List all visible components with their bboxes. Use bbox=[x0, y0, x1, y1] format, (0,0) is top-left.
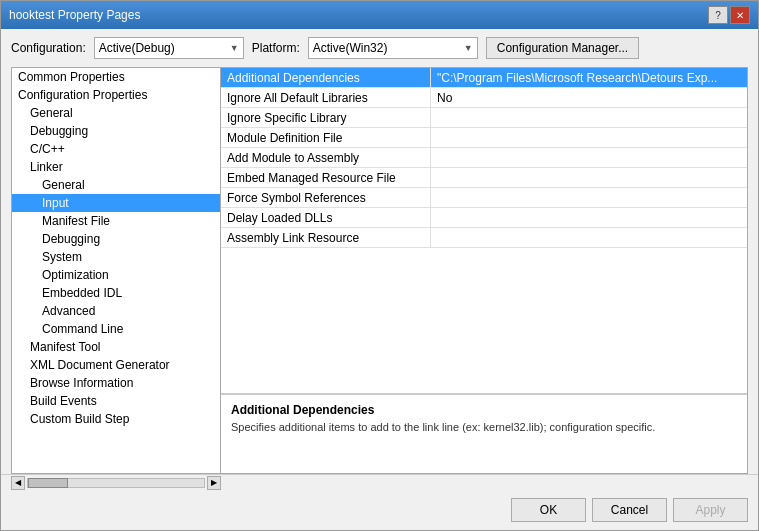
prop-value-5 bbox=[431, 168, 747, 187]
tree-item-2[interactable]: General bbox=[12, 104, 220, 122]
tree-item-6[interactable]: General bbox=[12, 176, 220, 194]
button-bar: OK Cancel Apply bbox=[1, 490, 758, 530]
config-value: Active(Debug) bbox=[99, 38, 239, 58]
scroll-left-btn[interactable]: ◀ bbox=[11, 476, 25, 490]
title-bar-controls: ? ✕ bbox=[708, 6, 750, 24]
tree-item-15[interactable]: Manifest Tool bbox=[12, 338, 220, 356]
tree-item-18[interactable]: Build Events bbox=[12, 392, 220, 410]
scroll-thumb[interactable] bbox=[28, 478, 68, 488]
prop-value-8 bbox=[431, 228, 747, 247]
tree-item-17[interactable]: Browse Information bbox=[12, 374, 220, 392]
description-text: Specifies additional items to add to the… bbox=[231, 421, 737, 433]
scroll-track[interactable] bbox=[27, 478, 205, 488]
tree-item-5[interactable]: Linker bbox=[12, 158, 220, 176]
tree-panel: Common PropertiesConfiguration Propertie… bbox=[11, 67, 221, 474]
prop-name-5: Embed Managed Resource File bbox=[221, 168, 431, 187]
cancel-button[interactable]: Cancel bbox=[592, 498, 667, 522]
tree-item-8[interactable]: Manifest File bbox=[12, 212, 220, 230]
prop-value-7 bbox=[431, 208, 747, 227]
properties-table: Additional Dependencies"C:\Program Files… bbox=[221, 68, 747, 393]
tree-item-4[interactable]: C/C++ bbox=[12, 140, 220, 158]
prop-row-8[interactable]: Assembly Link Resource bbox=[221, 228, 747, 248]
config-select[interactable]: Active(Debug) ▼ bbox=[94, 37, 244, 59]
prop-name-7: Delay Loaded DLLs bbox=[221, 208, 431, 227]
main-content: Common PropertiesConfiguration Propertie… bbox=[1, 67, 758, 474]
prop-row-2[interactable]: Ignore Specific Library bbox=[221, 108, 747, 128]
prop-name-2: Ignore Specific Library bbox=[221, 108, 431, 127]
properties-panel: Additional Dependencies"C:\Program Files… bbox=[221, 67, 748, 474]
tree-item-11[interactable]: Optimization bbox=[12, 266, 220, 284]
platform-dropdown-arrow: ▼ bbox=[464, 43, 473, 53]
platform-value: Active(Win32) bbox=[313, 38, 473, 58]
prop-value-1: No bbox=[431, 88, 747, 107]
tree-item-9[interactable]: Debugging bbox=[12, 230, 220, 248]
prop-name-8: Assembly Link Resource bbox=[221, 228, 431, 247]
prop-row-5[interactable]: Embed Managed Resource File bbox=[221, 168, 747, 188]
tree-item-12[interactable]: Embedded IDL bbox=[12, 284, 220, 302]
ok-button[interactable]: OK bbox=[511, 498, 586, 522]
tree-item-7[interactable]: Input bbox=[12, 194, 220, 212]
tree-item-10[interactable]: System bbox=[12, 248, 220, 266]
prop-name-3: Module Definition File bbox=[221, 128, 431, 147]
tree-item-3[interactable]: Debugging bbox=[12, 122, 220, 140]
tree-item-19[interactable]: Custom Build Step bbox=[12, 410, 220, 428]
tree-item-14[interactable]: Command Line bbox=[12, 320, 220, 338]
prop-row-1[interactable]: Ignore All Default LibrariesNo bbox=[221, 88, 747, 108]
prop-row-4[interactable]: Add Module to Assembly bbox=[221, 148, 747, 168]
title-bar: hooktest Property Pages ? ✕ bbox=[1, 1, 758, 29]
help-button[interactable]: ? bbox=[708, 6, 728, 24]
config-row: Configuration: Active(Debug) ▼ Platform:… bbox=[1, 29, 758, 67]
left-scrollbar[interactable]: ◀ ▶ bbox=[11, 476, 221, 490]
tree-item-16[interactable]: XML Document Generator bbox=[12, 356, 220, 374]
tree-item-1[interactable]: Configuration Properties bbox=[12, 86, 220, 104]
platform-label: Platform: bbox=[252, 41, 300, 55]
prop-value-2 bbox=[431, 108, 747, 127]
bottom-scroll-area: ◀ ▶ bbox=[1, 474, 758, 490]
prop-name-6: Force Symbol References bbox=[221, 188, 431, 207]
prop-value-0: "C:\Program Files\Microsoft Research\Det… bbox=[431, 68, 747, 87]
platform-select[interactable]: Active(Win32) ▼ bbox=[308, 37, 478, 59]
scroll-right-btn[interactable]: ▶ bbox=[207, 476, 221, 490]
prop-row-7[interactable]: Delay Loaded DLLs bbox=[221, 208, 747, 228]
description-title: Additional Dependencies bbox=[231, 403, 737, 417]
config-label: Configuration: bbox=[11, 41, 86, 55]
prop-row-0[interactable]: Additional Dependencies"C:\Program Files… bbox=[221, 68, 747, 88]
prop-value-4 bbox=[431, 148, 747, 167]
tree-item-13[interactable]: Advanced bbox=[12, 302, 220, 320]
window-title: hooktest Property Pages bbox=[9, 8, 140, 22]
prop-row-3[interactable]: Module Definition File bbox=[221, 128, 747, 148]
config-manager-button[interactable]: Configuration Manager... bbox=[486, 37, 639, 59]
apply-button[interactable]: Apply bbox=[673, 498, 748, 522]
prop-name-4: Add Module to Assembly bbox=[221, 148, 431, 167]
prop-name-1: Ignore All Default Libraries bbox=[221, 88, 431, 107]
config-dropdown-arrow: ▼ bbox=[230, 43, 239, 53]
main-window: hooktest Property Pages ? ✕ Configuratio… bbox=[0, 0, 759, 531]
description-panel: Additional Dependencies Specifies additi… bbox=[221, 393, 747, 473]
prop-row-6[interactable]: Force Symbol References bbox=[221, 188, 747, 208]
prop-value-6 bbox=[431, 188, 747, 207]
prop-value-3 bbox=[431, 128, 747, 147]
prop-name-0: Additional Dependencies bbox=[221, 68, 431, 87]
tree-item-0[interactable]: Common Properties bbox=[12, 68, 220, 86]
close-button[interactable]: ✕ bbox=[730, 6, 750, 24]
